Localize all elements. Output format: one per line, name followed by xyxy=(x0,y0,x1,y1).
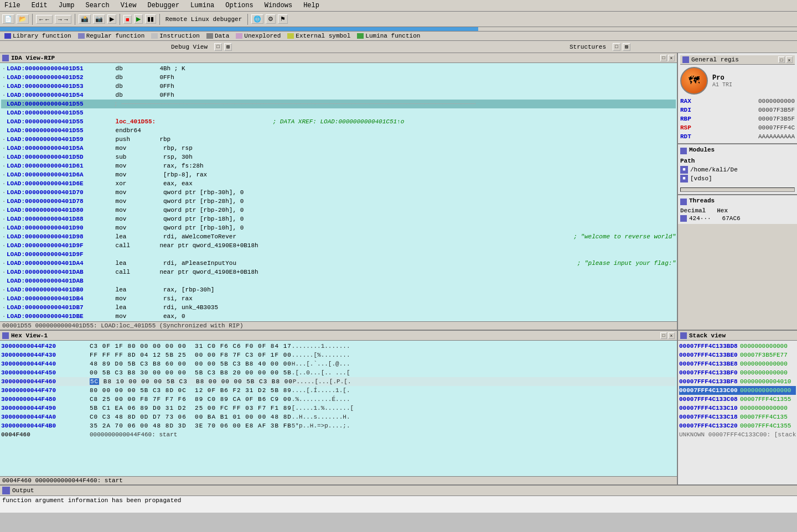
legend-lumina-color xyxy=(357,33,364,39)
code-line: · LOAD:0000000000401DBE mov eax, 0 xyxy=(1,312,676,321)
ida-panel-restore[interactable]: □ xyxy=(660,55,667,61)
code-line: · LOAD:0000000000401D53 db 0FFh xyxy=(1,82,676,91)
debug-view-tab[interactable]: Debug View xyxy=(167,43,212,51)
code-line: · LOAD:0000000000401D5D sub rsp, 30h xyxy=(1,153,676,161)
toolbar-open[interactable]: 📂 xyxy=(17,14,29,24)
debug-view-icon2[interactable]: ▨ xyxy=(224,43,232,51)
hex-line: 30000000044F480 C8 25 00 00 F8 7F F7 F6 … xyxy=(1,395,676,404)
registers-x[interactable]: x xyxy=(786,56,793,63)
code-line: · LOAD:0000000000401D51 db 4Bh ; K xyxy=(1,64,676,73)
structures-icon1[interactable]: □ xyxy=(613,43,620,51)
hex-panel-x[interactable]: x xyxy=(668,332,675,339)
hex-line: 30000000044F470 80 00 00 00 5B C3 8D 0C … xyxy=(1,386,676,395)
bottom-area: Hex View-1 □ x 30000000044F420 C3 0F 1F … xyxy=(0,330,797,484)
menu-help[interactable]: Help xyxy=(301,1,322,10)
toolbar-back[interactable]: ←← xyxy=(36,15,53,24)
hex-line: 30000000044F420 C3 0F 1F 80 00 00 00 00 … xyxy=(1,342,676,351)
output-icon xyxy=(2,487,10,494)
rax-row: RAX 0000000000 xyxy=(680,97,795,106)
code-line: · LOAD:0000000000401D54 db 0FFh xyxy=(1,91,676,100)
toolbar-stop[interactable]: ■ xyxy=(123,15,132,24)
ida-panel-x[interactable]: x xyxy=(668,55,675,61)
toolbar-snap2[interactable]: 📷 xyxy=(93,14,105,24)
thread-row-hex: 67AC6 xyxy=(722,215,741,222)
legend-unexplored-color xyxy=(236,33,242,39)
stack-row: 00007FFF4C133C20 00007FFF4C1355 xyxy=(679,421,796,430)
hex-panel: Hex View-1 □ x 30000000044F420 C3 0F 1F … xyxy=(0,331,678,484)
ida-panel-controls: □ x xyxy=(660,55,675,61)
structures-icon2[interactable]: ▨ xyxy=(623,43,630,51)
path-item-2: ■ [vdso] xyxy=(680,174,795,183)
thread-row: 424··· 67AC6 xyxy=(680,215,795,222)
debug-view-icon1[interactable]: □ xyxy=(214,43,222,51)
stack-panel-icon xyxy=(680,332,687,339)
menu-view[interactable]: View xyxy=(118,1,139,10)
rdi-value: 00007F3B5F xyxy=(758,106,795,114)
stack-row: 00007FFF4C133BF8 00000000004010 xyxy=(679,377,796,386)
thread-row-icon xyxy=(680,215,687,222)
code-view[interactable]: · LOAD:0000000000401D51 db 4Bh ; K · LOA… xyxy=(0,63,677,321)
output-title: Output xyxy=(12,487,34,494)
toolbar-new[interactable]: 📄 xyxy=(2,14,14,24)
menu-edit[interactable]: Edit xyxy=(29,1,50,10)
threads-title: Threads xyxy=(689,197,715,204)
code-line: · LOAD:0000000000401D80 mov qword ptr [r… xyxy=(1,206,676,215)
toolbar-fwd[interactable]: →→ xyxy=(55,15,71,24)
menu-lumina[interactable]: Lumina xyxy=(188,1,216,10)
registers-restore[interactable]: □ xyxy=(778,56,785,63)
stack-row-unknown: UNKNOWN 00007FFF4C133C00: [stack xyxy=(679,430,796,439)
path-value-1: /home/kali/De xyxy=(690,165,738,174)
avatar-area: 🗺 Pro A1 TRI xyxy=(680,67,795,95)
hex-view[interactable]: 30000000044F420 C3 0F 1F 80 00 00 00 00 … xyxy=(0,341,677,476)
menu-windows[interactable]: Windows xyxy=(262,1,294,10)
proc-label: Pro xyxy=(712,74,732,82)
toolbar-sep5 xyxy=(247,14,248,25)
legend-instruction-label: Instruction xyxy=(159,33,200,39)
threads-icon xyxy=(680,199,687,205)
toolbar-snap[interactable]: 📸 xyxy=(79,14,91,24)
code-line: · LOAD:0000000000401D88 mov qword ptr [r… xyxy=(1,215,676,223)
stack-row: 00007FFF4C133C18 00007FFF4C135 xyxy=(679,413,796,421)
debug-view-tab-icons: □ ▨ xyxy=(214,43,232,51)
hex-line: 30000000044F430 FF FF FF 8D 04 12 5B 25 … xyxy=(1,351,676,359)
menu-jump[interactable]: Jump xyxy=(56,1,77,10)
modules-scrollbar[interactable] xyxy=(680,187,795,192)
code-line: LOAD:0000000000401D55 endbr64 xyxy=(1,126,676,135)
legend-lumina: Lumina function xyxy=(357,33,420,39)
toolbar-remote-label: Remote Linux debugger xyxy=(165,16,242,23)
stack-view[interactable]: 00007FFF4C133BD8 0000000000000 00007FFF4… xyxy=(678,341,797,484)
legendbar: Library function Regular function Instru… xyxy=(0,32,797,41)
right-panel: General regis □ x 🗺 Pro A1 TRI RAX 00000… xyxy=(678,53,797,330)
legend-data-label: Data xyxy=(215,33,229,39)
code-line: · LOAD:0000000000401D70 mov qword ptr [r… xyxy=(1,188,676,197)
toolbar-flag[interactable]: ⚑ xyxy=(278,14,288,24)
code-line-separator: LOAD:0000000000401D55 ; ────────────────… xyxy=(1,100,676,108)
toolbar-pause[interactable]: ▮▮ xyxy=(145,14,156,24)
legend-regular: Regular function xyxy=(78,33,145,39)
registers-title: General regis xyxy=(691,56,739,63)
threads-title-row: Threads xyxy=(680,197,795,206)
threads-cols: Decimal Hex xyxy=(680,207,795,214)
stack-panel-title: Stack view xyxy=(689,332,726,339)
code-line: · LOAD:0000000000401DB4 mov rsi, rax xyxy=(1,294,676,303)
toolbar-settings[interactable]: ⚙ xyxy=(266,14,276,24)
hex-panel-icon xyxy=(2,332,9,339)
legend-external-color xyxy=(287,33,294,39)
output-panel: Output function argument information has… xyxy=(0,484,797,513)
menu-file[interactable]: File xyxy=(2,1,23,10)
legend-unexplored: Unexplored xyxy=(236,33,281,39)
structures-tab[interactable]: Structures xyxy=(565,43,610,51)
code-line: · LOAD:0000000000401D78 mov qword ptr [r… xyxy=(1,197,676,206)
menu-options[interactable]: Options xyxy=(223,1,255,10)
legend-library: Library function xyxy=(4,33,71,39)
progress-area xyxy=(0,27,797,32)
toolbar-network[interactable]: 🌐 xyxy=(251,14,263,24)
rsp-label: RSP xyxy=(680,123,691,132)
stack-row: 00007FFF4C133C10 0000000000000 xyxy=(679,404,796,413)
toolbar-run[interactable]: ▶ xyxy=(134,14,143,24)
hex-panel-restore[interactable]: □ xyxy=(660,332,667,339)
toolbar-snap3[interactable]: ▶ xyxy=(107,14,116,24)
menu-debugger[interactable]: Debugger xyxy=(145,1,182,10)
menu-search[interactable]: Search xyxy=(83,1,111,10)
code-line: · LOAD:0000000000401D6A mov [rbp-8], rax xyxy=(1,170,676,179)
